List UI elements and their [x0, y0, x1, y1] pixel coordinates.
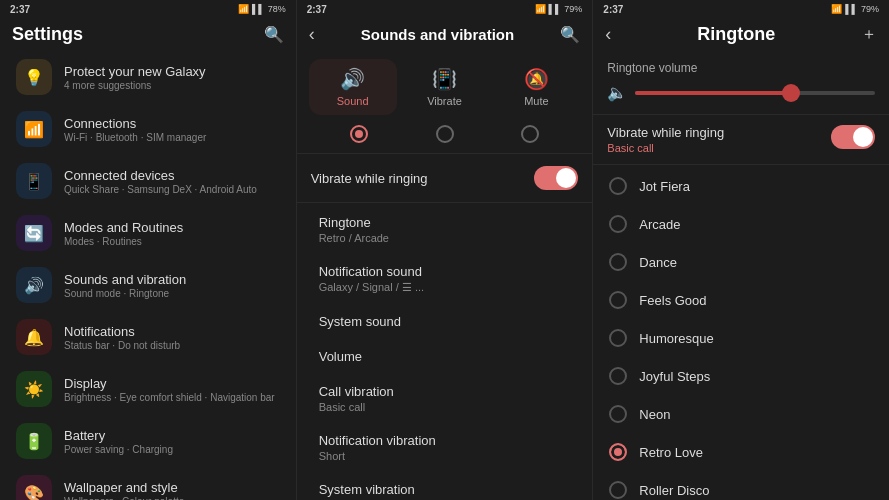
menu-item-subtitle: Short — [319, 450, 571, 462]
ringtone-radio[interactable] — [609, 291, 627, 309]
ringtone-item[interactable]: Feels Good — [601, 281, 881, 319]
status-bar-1: 2:37 📶 ▌▌ 78% — [0, 0, 296, 18]
signal-icon-3: ▌▌ — [845, 4, 858, 14]
sounds-menu-item[interactable]: Notification sound Galaxy / Signal / ☰ .… — [305, 254, 585, 304]
status-bar-2: 2:37 📶 ▌▌ 79% — [297, 0, 593, 18]
ringtone-item[interactable]: Dance — [601, 243, 881, 281]
sound-mode-radios — [297, 123, 593, 151]
tab-mute[interactable]: 🔕 Mute — [492, 59, 580, 115]
settings-item[interactable]: ☀️ Display Brightness · Eye comfort shie… — [8, 363, 288, 415]
ringtone-volume-section: Ringtone volume 🔈 — [593, 51, 889, 112]
ringtone-radio[interactable] — [609, 253, 627, 271]
signal-icon-2: ▌▌ — [549, 4, 562, 14]
search-icon-2[interactable]: 🔍 — [560, 25, 580, 44]
sounds-menu-item[interactable]: System sound — [305, 304, 585, 339]
item-title: Connections — [64, 116, 280, 131]
settings-item[interactable]: 🔄 Modes and Routines Modes · Routines — [8, 207, 288, 259]
vibrate-toggle-3[interactable] — [831, 125, 875, 149]
settings-item[interactable]: 🎨 Wallpaper and style Wallpapers · Colou… — [8, 467, 288, 500]
sounds-menu-item[interactable]: System vibration — [305, 472, 585, 500]
add-icon[interactable]: ＋ — [861, 24, 877, 45]
ringtone-name: Roller Disco — [639, 483, 709, 498]
tab-sound-label: Sound — [337, 95, 369, 107]
settings-item[interactable]: 🔊 Sounds and vibration Sound mode · Ring… — [8, 259, 288, 311]
item-icon: 🔊 — [16, 267, 52, 303]
ringtone-name: Dance — [639, 255, 677, 270]
ringtone-header: ‹ Ringtone ＋ — [593, 18, 889, 51]
item-title: Sounds and vibration — [64, 272, 280, 287]
divider-2 — [297, 202, 593, 203]
vibrate-toggle[interactable] — [534, 166, 578, 190]
radio-sound[interactable] — [350, 125, 368, 143]
menu-item-subtitle: Retro / Arcade — [319, 232, 571, 244]
item-text: Connections Wi-Fi · Bluetooth · SIM mana… — [64, 116, 280, 143]
ringtone-radio[interactable] — [609, 215, 627, 233]
sounds-title: Sounds and vibration — [361, 26, 514, 43]
ringtone-radio[interactable] — [609, 481, 627, 499]
time-3: 2:37 — [603, 4, 623, 15]
item-title: Battery — [64, 428, 280, 443]
item-text: Modes and Routines Modes · Routines — [64, 220, 280, 247]
item-icon: 📱 — [16, 163, 52, 199]
sounds-header: ‹ Sounds and vibration 🔍 — [297, 18, 593, 51]
ringtone-item[interactable]: Humoresque — [601, 319, 881, 357]
settings-item[interactable]: 💡 Protect your new Galaxy 4 more suggest… — [8, 51, 288, 103]
ringtone-item[interactable]: Jot Fiera — [601, 167, 881, 205]
menu-item-title: Call vibration — [319, 384, 571, 399]
ringtone-item[interactable]: Retro Love — [601, 433, 881, 471]
sounds-menu-item[interactable]: Call vibration Basic call — [305, 374, 585, 423]
search-icon[interactable]: 🔍 — [264, 25, 284, 44]
sounds-menu-list: Ringtone Retro / Arcade Notification sou… — [297, 205, 593, 500]
settings-item[interactable]: 🔋 Battery Power saving · Charging — [8, 415, 288, 467]
volume-slider-row: 🔈 — [607, 83, 875, 102]
item-icon: 🔔 — [16, 319, 52, 355]
settings-item[interactable]: 🔔 Notifications Status bar · Do not dist… — [8, 311, 288, 363]
settings-header: Settings 🔍 — [0, 18, 296, 51]
sounds-menu-item[interactable]: Volume — [305, 339, 585, 374]
menu-item-title: System vibration — [319, 482, 571, 497]
item-text: Wallpaper and style Wallpapers · Colour … — [64, 480, 280, 501]
status-icons-3: 📶 ▌▌ 79% — [831, 4, 879, 14]
item-text: Sounds and vibration Sound mode · Ringto… — [64, 272, 280, 299]
wifi-icon-3: 📶 — [831, 4, 842, 14]
item-text: Protect your new Galaxy 4 more suggestio… — [64, 64, 280, 91]
divider-3 — [593, 114, 889, 115]
ringtone-item[interactable]: Neon — [601, 395, 881, 433]
sounds-menu-item[interactable]: Notification vibration Short — [305, 423, 585, 472]
item-icon: ☀️ — [16, 371, 52, 407]
settings-item[interactable]: 📶 Connections Wi-Fi · Bluetooth · SIM ma… — [8, 103, 288, 155]
ringtone-radio[interactable] — [609, 329, 627, 347]
volume-thumb[interactable] — [782, 84, 800, 102]
time-1: 2:37 — [10, 4, 30, 15]
ringtone-radio[interactable] — [609, 177, 627, 195]
ringtone-title: Ringtone — [697, 24, 775, 45]
ringtone-panel: 2:37 📶 ▌▌ 79% ‹ Ringtone ＋ Ringtone volu… — [593, 0, 889, 500]
menu-item-title: Volume — [319, 349, 571, 364]
ringtone-radio[interactable] — [609, 367, 627, 385]
back-button-3[interactable]: ‹ — [605, 24, 611, 45]
ringtone-item[interactable]: Joyful Steps — [601, 357, 881, 395]
settings-title: Settings — [12, 24, 83, 45]
tab-vibrate-label: Vibrate — [427, 95, 462, 107]
item-subtitle: Modes · Routines — [64, 236, 280, 247]
sounds-menu-item[interactable]: Ringtone Retro / Arcade — [305, 205, 585, 254]
ringtone-item[interactable]: Arcade — [601, 205, 881, 243]
ringtone-radio[interactable] — [609, 443, 627, 461]
item-title: Notifications — [64, 324, 280, 339]
battery-2: 79% — [564, 4, 582, 14]
item-text: Battery Power saving · Charging — [64, 428, 280, 455]
back-button-2[interactable]: ‹ — [309, 24, 315, 45]
settings-item[interactable]: 📱 Connected devices Quick Share · Samsun… — [8, 155, 288, 207]
menu-item-title: Notification sound — [319, 264, 571, 279]
ringtone-radio[interactable] — [609, 405, 627, 423]
battery-1: 78% — [268, 4, 286, 14]
tab-mute-label: Mute — [524, 95, 548, 107]
radio-mute[interactable] — [521, 125, 539, 143]
item-text: Notifications Status bar · Do not distur… — [64, 324, 280, 351]
radio-vibrate[interactable] — [436, 125, 454, 143]
tab-vibrate[interactable]: 📳 Vibrate — [401, 59, 489, 115]
tab-sound[interactable]: 🔊 Sound — [309, 59, 397, 115]
volume-track[interactable] — [635, 91, 875, 95]
ringtone-item[interactable]: Roller Disco — [601, 471, 881, 500]
sound-mode-tabs: 🔊 Sound 📳 Vibrate 🔕 Mute — [297, 51, 593, 123]
